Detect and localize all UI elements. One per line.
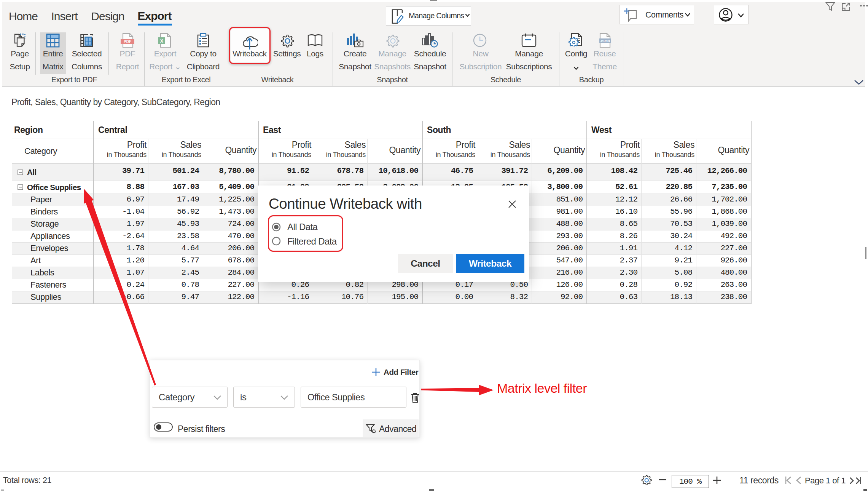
svg-text:JSON: JSON: [600, 39, 610, 43]
svg-text:X: X: [160, 38, 163, 44]
svg-text:PDF: PDF: [124, 40, 131, 44]
